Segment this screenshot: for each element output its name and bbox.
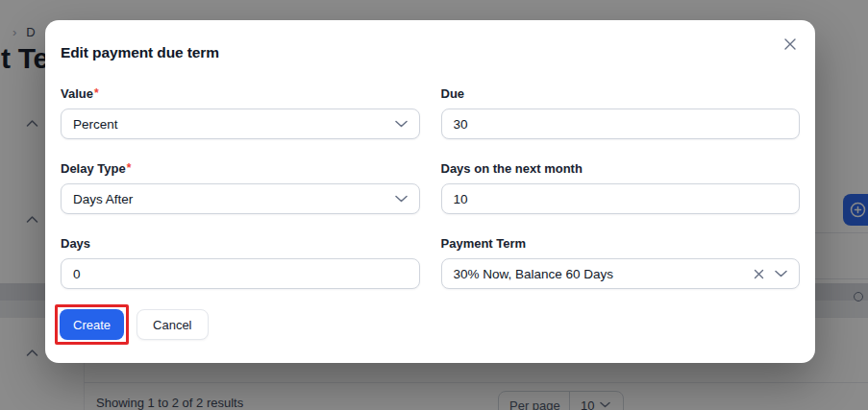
days-label: Days xyxy=(61,236,420,251)
chevron-down-icon xyxy=(775,270,787,277)
close-button[interactable] xyxy=(780,34,801,55)
chevron-down-icon xyxy=(395,195,408,203)
annotation-highlight-box: Create xyxy=(55,304,129,345)
days-next-month-field-group: Days on the next month xyxy=(441,161,801,214)
close-icon xyxy=(781,36,799,53)
days-field-group: Days xyxy=(61,236,420,289)
cancel-button[interactable]: Cancel xyxy=(136,309,208,340)
form-grid: Value* Percent Due Delay Type* Days Afte… xyxy=(61,86,800,289)
create-button[interactable]: Create xyxy=(60,309,124,340)
days-input[interactable] xyxy=(61,258,420,289)
edit-payment-due-term-dialog: Edit payment due term Value* Percent Due… xyxy=(45,20,815,363)
value-label: Value* xyxy=(61,86,420,101)
due-field-group: Due xyxy=(441,86,801,139)
value-select[interactable]: Percent xyxy=(61,109,420,139)
days-next-month-input[interactable] xyxy=(441,183,801,214)
chevron-down-icon xyxy=(395,120,408,128)
payment-term-combobox[interactable]: 30% Now, Balance 60 Days xyxy=(441,258,801,289)
delay-type-field-group: Delay Type* Days After xyxy=(61,161,420,214)
dialog-title: Edit payment due term xyxy=(61,44,800,61)
dialog-actions: Create Cancel xyxy=(61,304,800,345)
payment-term-field-group: Payment Term 30% Now, Balance 60 Days xyxy=(441,236,801,289)
delay-type-label: Delay Type* xyxy=(61,161,420,176)
required-asterisk: * xyxy=(94,86,99,100)
days-next-month-label: Days on the next month xyxy=(441,161,801,176)
due-input[interactable] xyxy=(441,109,801,139)
payment-term-label: Payment Term xyxy=(441,236,801,251)
clear-x-icon[interactable] xyxy=(753,268,765,280)
value-field-group: Value* Percent xyxy=(61,86,420,139)
due-label: Due xyxy=(441,86,801,101)
delay-type-select[interactable]: Days After xyxy=(61,183,420,214)
required-asterisk: * xyxy=(127,161,132,175)
